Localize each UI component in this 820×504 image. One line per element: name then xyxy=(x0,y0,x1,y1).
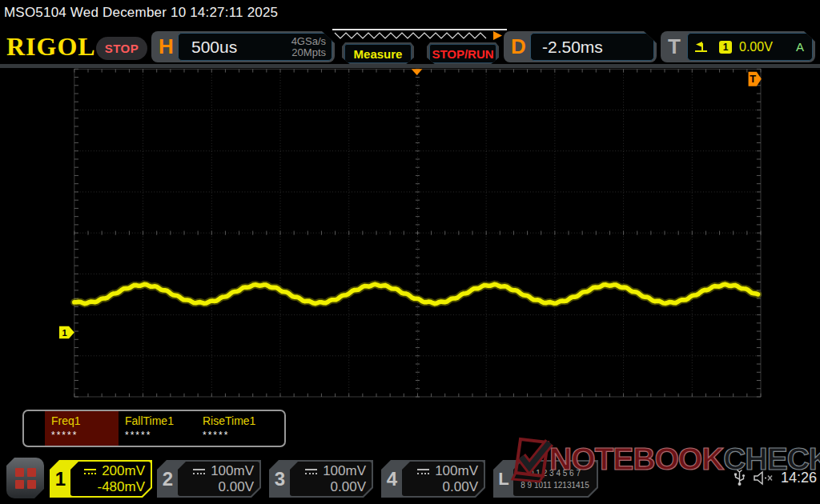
measurement-falltime1[interactable]: FallTime1 ***** xyxy=(119,411,196,446)
acquisition-info: 4GSa/s 20Mpts xyxy=(291,36,326,58)
trigger-settings-button[interactable]: T 1 0.00V A xyxy=(661,31,815,62)
channel-4-button[interactable]: 4 100mV 0.00V xyxy=(381,460,485,498)
overview-waveform-icon xyxy=(332,30,505,42)
instrument-title: MSO5104 Wed December 10 14:27:11 2025 xyxy=(0,0,820,25)
rigol-logo: RIGOL xyxy=(6,32,96,62)
delay-label: D xyxy=(511,34,526,59)
channel-offset: -480mV xyxy=(70,479,145,495)
channel1-trace xyxy=(74,284,758,303)
channel-1-readout: 200mV -480mV xyxy=(70,462,151,496)
channel-offset: 0.00V xyxy=(178,479,254,495)
logic-channels-button[interactable]: L 0 1 2 3 4 5 6 7 8 9 1011 12131415 xyxy=(493,460,598,498)
logic-channel-list: 0 1 2 3 4 5 6 7 8 9 1011 12131415 xyxy=(513,462,597,496)
channel1-marker-label: 1 xyxy=(62,328,66,338)
channel-number: 4 xyxy=(381,460,403,498)
measurement-freq1[interactable]: Freq1 ***** xyxy=(45,411,119,446)
measurement-panel-spacer xyxy=(24,411,45,446)
oscilloscope-screen: MSO5104 Wed December 10 14:27:11 2025 RI… xyxy=(0,0,820,504)
measurement-label: FallTime1 xyxy=(125,414,196,427)
channel-number: 2 xyxy=(157,460,179,498)
timebase-value: 500us xyxy=(191,38,237,57)
stop-run-button-label: STOP/RUN xyxy=(429,44,496,63)
stop-run-button[interactable]: STOP/RUN xyxy=(427,42,499,65)
horizontal-label: H xyxy=(159,34,174,59)
logic-row-8-15: 8 9 1011 12131415 xyxy=(513,479,597,491)
sample-rate: 4GSa/s xyxy=(291,35,326,47)
trigger-display: 1 0.00V A xyxy=(687,33,813,61)
channel-3-readout: 100mV 0.00V xyxy=(290,462,372,496)
dc-coupling-icon xyxy=(84,469,96,474)
dc-coupling-icon xyxy=(305,469,317,474)
measurement-label: RiseTime1 xyxy=(203,414,274,427)
channel-number: 3 xyxy=(269,460,291,498)
timebase-display: 500us 4GSa/s 20Mpts xyxy=(178,33,332,61)
channel-scale: 200mV xyxy=(102,463,145,479)
trigger-position-marker[interactable] xyxy=(412,69,423,75)
speaker-muted-icon[interactable] xyxy=(753,470,774,486)
delay-settings-button[interactable]: D -2.50ms xyxy=(504,31,657,62)
delay-value: -2.50ms xyxy=(542,38,603,57)
run-state-indicator[interactable]: STOP xyxy=(96,37,147,60)
graticule-grid xyxy=(74,69,761,397)
dc-coupling-icon xyxy=(193,469,205,474)
channel-number: 1 xyxy=(50,460,71,498)
measurement-value: ***** xyxy=(203,430,274,441)
channel-scale: 100mV xyxy=(435,463,478,479)
delay-display: -2.50ms xyxy=(530,33,654,61)
horizontal-settings-button[interactable]: H 500us 4GSa/s 20Mpts xyxy=(151,31,335,62)
trigger-mode: A xyxy=(796,40,804,54)
quick-menu-button[interactable] xyxy=(6,458,44,498)
measure-button-label: Measure xyxy=(344,44,412,63)
memory-depth: 20Mpts xyxy=(291,46,326,58)
channel-scale: 100mV xyxy=(211,463,254,479)
trigger-level-marker[interactable]: T xyxy=(749,72,762,86)
channel-2-button[interactable]: 2 100mV 0.00V xyxy=(157,460,261,498)
channel-offset: 0.00V xyxy=(402,479,478,495)
measure-button[interactable]: Measure xyxy=(342,42,414,65)
logic-row-0-7: 0 1 2 3 4 5 6 7 xyxy=(513,467,597,479)
channel1-ground-marker[interactable]: 1 xyxy=(59,326,74,338)
clock-time: 14:26 xyxy=(781,470,817,486)
record-overview-strip[interactable] xyxy=(332,29,507,42)
channel-1-button[interactable]: 1 200mV -480mV xyxy=(50,460,152,498)
edge-trigger-icon xyxy=(694,41,709,54)
measurement-panel[interactable]: Freq1 ***** FallTime1 ***** RiseTime1 **… xyxy=(22,410,286,447)
trigger-source-badge: 1 xyxy=(719,41,732,54)
trigger-marker-label: T xyxy=(750,73,756,85)
trigger-level-value: 0.00V xyxy=(739,40,773,54)
measurement-value: ***** xyxy=(125,430,196,441)
logic-label: L xyxy=(493,460,514,498)
quad-grid-icon xyxy=(15,468,36,489)
usb-icon xyxy=(734,469,746,486)
trigger-label: T xyxy=(668,34,681,59)
measurement-risetime1[interactable]: RiseTime1 ***** xyxy=(196,411,274,446)
status-area: 14:26 xyxy=(734,469,817,486)
dc-coupling-icon xyxy=(417,469,429,474)
measurement-label: Freq1 xyxy=(51,414,119,427)
measurement-value: ***** xyxy=(51,430,119,441)
channel-scale: 100mV xyxy=(323,463,366,479)
channel-offset: 0.00V xyxy=(290,479,366,495)
channel-3-button[interactable]: 3 100mV 0.00V xyxy=(269,460,373,498)
channel-2-readout: 100mV 0.00V xyxy=(178,462,259,496)
waveform-display: T 1 xyxy=(0,66,820,459)
channel-4-readout: 100mV 0.00V xyxy=(402,462,484,496)
